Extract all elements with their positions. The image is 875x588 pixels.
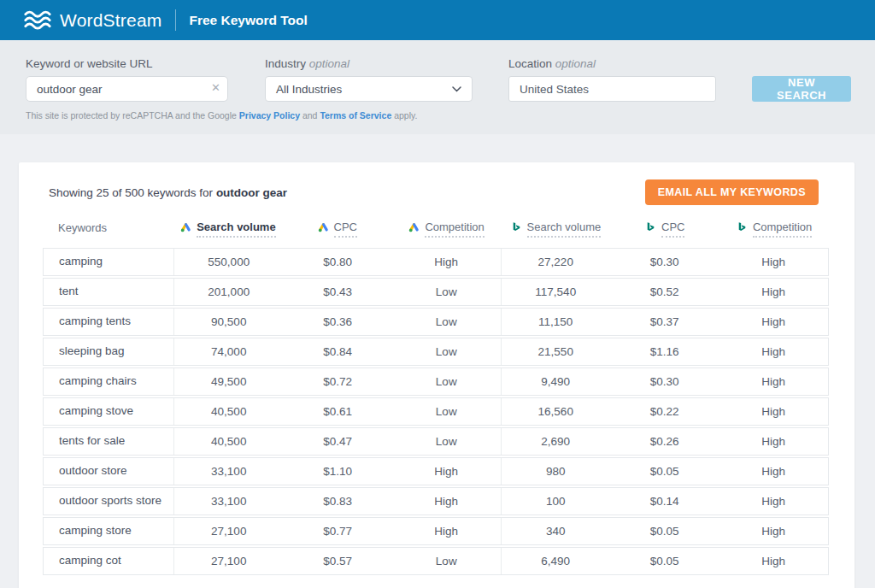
location-input[interactable] xyxy=(508,76,716,102)
table-row: camping cot27,100$0.57Low6,490$0.05High xyxy=(43,547,829,575)
value-cell: $0.72 xyxy=(284,370,393,393)
value-cell: 9,490 xyxy=(502,370,611,393)
column-header-label: Competition xyxy=(753,220,812,238)
value-cell: 16,560 xyxy=(502,400,611,423)
value-cell: Low xyxy=(392,338,502,365)
industry-selected-value: All Industries xyxy=(276,83,342,96)
value-cell: $0.52 xyxy=(610,280,719,303)
chevron-down-icon xyxy=(452,86,461,92)
value-cell: 40,500 xyxy=(174,430,284,453)
keyword-cell: tents for sale xyxy=(44,428,174,455)
value-cell: High xyxy=(719,250,829,273)
table-row: camping550,000$0.80High27,220$0.30High xyxy=(43,248,829,276)
industry-field: Industry optional All Industries xyxy=(265,57,473,102)
value-cell: $0.37 xyxy=(610,310,719,333)
value-cell: 6,490 xyxy=(502,550,611,573)
value-cell: 74,000 xyxy=(174,340,284,363)
keyword-cell: outdoor sports store xyxy=(44,488,174,514)
value-cell: High xyxy=(719,490,829,513)
industry-select[interactable]: All Industries xyxy=(265,76,473,102)
value-cell: $0.30 xyxy=(610,370,719,393)
value-cell: $0.83 xyxy=(284,490,393,513)
value-cell: $0.05 xyxy=(610,550,719,573)
value-cell: $0.84 xyxy=(284,340,393,363)
value-cell: High xyxy=(719,550,829,573)
value-cell: 340 xyxy=(502,520,611,543)
keyword-field: Keyword or website URL ✕ xyxy=(26,57,228,102)
value-cell: 21,550 xyxy=(502,340,611,363)
keyword-cell: camping xyxy=(44,249,174,275)
value-cell: High xyxy=(719,430,829,453)
value-cell: 90,500 xyxy=(174,310,284,333)
new-search-button[interactable]: NEW SEARCH xyxy=(752,76,851,102)
industry-optional-label: optional xyxy=(309,57,349,70)
wordstream-wave-icon xyxy=(24,9,51,32)
value-cell: 100 xyxy=(502,490,611,513)
value-cell: 49,500 xyxy=(174,370,284,393)
column-header-sort[interactable]: Competition xyxy=(392,220,502,238)
keyword-cell: camping cot xyxy=(44,548,174,574)
value-cell: High xyxy=(392,488,502,514)
value-cell: $0.05 xyxy=(610,520,719,543)
value-cell: Low xyxy=(392,309,502,335)
location-optional-label: optional xyxy=(555,57,596,70)
keyword-cell: camping tents xyxy=(44,309,174,335)
table-row: camping chairs49,500$0.72Low9,490$0.30Hi… xyxy=(43,368,829,396)
keyword-input[interactable] xyxy=(26,76,228,102)
table-row: camping store27,100$0.77High340$0.05High xyxy=(43,517,829,545)
location-label: Location xyxy=(508,57,552,70)
column-header: Keywords xyxy=(43,221,173,237)
value-cell: 27,220 xyxy=(502,250,611,273)
recaptcha-notice: This site is protected by reCAPTCHA and … xyxy=(26,110,851,121)
value-cell: Low xyxy=(392,428,502,455)
value-cell: High xyxy=(392,249,502,275)
keyword-cell: camping stove xyxy=(44,398,174,425)
column-header-label: CPC xyxy=(661,220,684,238)
privacy-policy-link[interactable]: Privacy Policy xyxy=(239,110,300,121)
column-header-sort[interactable]: CPC xyxy=(283,220,392,238)
wordstream-logo[interactable]: WordStream xyxy=(24,9,161,32)
value-cell: High xyxy=(719,340,829,363)
terms-of-service-link[interactable]: Terms of Service xyxy=(320,110,391,121)
column-header-sort[interactable]: Search volume xyxy=(173,220,283,238)
brand-name: WordStream xyxy=(60,10,161,31)
table-row: camping tents90,500$0.36Low11,150$0.37Hi… xyxy=(43,308,829,336)
column-header-label: CPC xyxy=(334,220,357,238)
keyword-label: Keyword or website URL xyxy=(26,57,228,70)
value-cell: $0.57 xyxy=(284,550,393,573)
table-row: outdoor sports store33,100$0.83High100$0… xyxy=(43,487,829,515)
column-header-sort[interactable]: Search volume xyxy=(502,220,611,238)
value-cell: $0.05 xyxy=(610,460,719,483)
keyword-cell: tent xyxy=(44,279,174,305)
column-header-label: Keywords xyxy=(58,221,107,237)
value-cell: $0.47 xyxy=(284,430,393,453)
keyword-cell: outdoor store xyxy=(44,458,174,485)
page-title: Free Keyword Tool xyxy=(189,13,307,28)
value-cell: 33,100 xyxy=(174,460,284,483)
table-row: tent201,000$0.43Low117,540$0.52High xyxy=(43,278,829,306)
value-cell: High xyxy=(392,518,502,544)
column-header-label: Competition xyxy=(425,220,484,238)
email-keywords-button[interactable]: EMAIL ALL MY KEYWORDS xyxy=(645,179,819,205)
value-cell: Low xyxy=(392,548,502,574)
table-row: sleeping bag74,000$0.84Low21,550$1.16Hig… xyxy=(43,338,829,366)
results-panel: Showing 25 of 500 keywords for outdoor g… xyxy=(19,162,854,588)
google-ads-icon xyxy=(180,221,191,232)
column-header-sort[interactable]: CPC xyxy=(610,220,719,238)
bing-icon xyxy=(737,221,748,232)
industry-label: Industry xyxy=(265,57,306,70)
value-cell: 27,100 xyxy=(174,520,284,543)
value-cell: High xyxy=(719,460,829,483)
value-cell: 2,690 xyxy=(502,430,611,453)
clear-input-icon[interactable]: ✕ xyxy=(211,81,220,94)
table-body: camping550,000$0.80High27,220$0.30Highte… xyxy=(43,248,829,575)
keyword-cell: camping chairs xyxy=(44,368,174,395)
column-header-sort[interactable]: Competition xyxy=(719,220,829,238)
value-cell: 33,100 xyxy=(174,490,284,513)
location-field: Location optional xyxy=(508,57,716,102)
column-header-label: Search volume xyxy=(527,220,602,238)
top-bar: WordStream Free Keyword Tool xyxy=(0,0,875,40)
value-cell: 11,150 xyxy=(502,310,611,333)
value-cell: Low xyxy=(392,398,502,425)
google-ads-icon xyxy=(318,221,329,232)
